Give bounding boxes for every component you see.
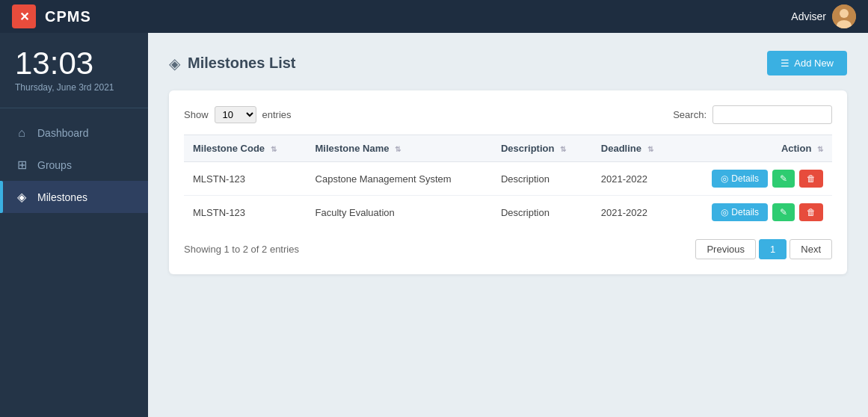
show-entries-control: Show 10 25 50 100 entries bbox=[184, 106, 292, 123]
col-header-deadline: Deadline ⇅ bbox=[592, 135, 677, 162]
content-area: ◈ Milestones List ☰ Add New Show 10 25 5… bbox=[148, 33, 868, 417]
page-title: Milestones List bbox=[188, 55, 295, 72]
close-button[interactable]: ✕ bbox=[12, 4, 36, 28]
search-input[interactable] bbox=[712, 105, 832, 124]
cell-deadline: 2021-2022 bbox=[592, 196, 677, 229]
edit-button[interactable]: ✎ bbox=[772, 170, 795, 188]
table-row: MLSTN-123 Faculty Evaluation Description… bbox=[184, 196, 832, 229]
milestones-table: Milestone Code ⇅ Milestone Name ⇅ Descri… bbox=[184, 135, 832, 229]
cell-description: Description bbox=[492, 196, 592, 229]
col-header-desc: Description ⇅ bbox=[492, 135, 592, 162]
cell-code: MLSTN-123 bbox=[184, 162, 307, 196]
svg-point-1 bbox=[840, 9, 849, 18]
main-layout: 13:03 Thursday, June 3rd 2021 ⌂ Dashboar… bbox=[0, 33, 868, 417]
sidebar-item-milestones[interactable]: ◈ Milestones bbox=[0, 181, 148, 213]
edit-button[interactable]: ✎ bbox=[772, 203, 795, 221]
delete-icon: 🗑 bbox=[807, 207, 816, 217]
clock-time: 13:03 bbox=[15, 48, 133, 79]
col-header-code: Milestone Code ⇅ bbox=[184, 135, 307, 162]
cell-action: ◎ Details ✎ 🗑 bbox=[677, 196, 832, 229]
clock-date: Thursday, June 3rd 2021 bbox=[15, 82, 133, 93]
close-icon: ✕ bbox=[19, 10, 29, 24]
entries-select[interactable]: 10 25 50 100 bbox=[215, 106, 256, 123]
user-info: Adviser bbox=[791, 4, 856, 28]
delete-button[interactable]: 🗑 bbox=[799, 203, 823, 221]
sidebar-item-label: Dashboard bbox=[37, 127, 89, 139]
entries-info: Showing 1 to 2 of 2 entries bbox=[184, 244, 299, 255]
page-title-wrap: ◈ Milestones List bbox=[169, 55, 295, 72]
topbar: ✕ CPMS Adviser bbox=[0, 0, 868, 33]
delete-icon: 🗑 bbox=[807, 173, 816, 184]
show-label: Show bbox=[184, 109, 209, 120]
sort-icon: ⇅ bbox=[647, 145, 653, 153]
sidebar-item-label: Milestones bbox=[37, 191, 87, 203]
sidebar-item-dashboard[interactable]: ⌂ Dashboard bbox=[0, 117, 148, 149]
sort-icon: ⇅ bbox=[560, 145, 566, 153]
edit-icon: ✎ bbox=[780, 207, 787, 217]
add-new-button[interactable]: ☰ Add New bbox=[767, 51, 847, 75]
edit-icon: ✎ bbox=[780, 173, 787, 184]
sidebar-divider bbox=[0, 108, 148, 108]
cell-code: MLSTN-123 bbox=[184, 196, 307, 229]
cell-name: Capstone Management System bbox=[307, 162, 492, 196]
sidebar: 13:03 Thursday, June 3rd 2021 ⌂ Dashboar… bbox=[0, 33, 148, 417]
avatar bbox=[832, 4, 856, 28]
col-header-action: Action ⇅ bbox=[677, 135, 832, 162]
user-label: Adviser bbox=[791, 10, 826, 22]
table-footer: Showing 1 to 2 of 2 entries Previous 1 N… bbox=[184, 239, 832, 259]
page-header: ◈ Milestones List ☰ Add New bbox=[169, 51, 847, 75]
milestones-icon: ◈ bbox=[15, 190, 28, 204]
sidebar-item-label: Groups bbox=[37, 159, 72, 171]
next-button[interactable]: Next bbox=[789, 239, 832, 259]
search-label: Search: bbox=[673, 109, 707, 120]
col-header-name: Milestone Name ⇅ bbox=[307, 135, 492, 162]
sort-icon: ⇅ bbox=[395, 145, 401, 153]
page-1-button[interactable]: 1 bbox=[759, 239, 787, 259]
page-title-icon: ◈ bbox=[169, 55, 180, 72]
sidebar-item-groups[interactable]: ⊞ Groups bbox=[0, 149, 148, 181]
add-new-icon: ☰ bbox=[781, 58, 789, 69]
groups-icon: ⊞ bbox=[15, 158, 28, 172]
sidebar-nav: ⌂ Dashboard ⊞ Groups ◈ Milestones bbox=[0, 117, 148, 213]
cell-name: Faculty Evaluation bbox=[307, 196, 492, 229]
table-controls: Show 10 25 50 100 entries Search: bbox=[184, 105, 832, 124]
home-icon: ⌂ bbox=[15, 126, 28, 140]
cell-action: ◎ Details ✎ 🗑 bbox=[677, 162, 832, 196]
clock-display: 13:03 Thursday, June 3rd 2021 bbox=[0, 33, 148, 99]
cell-description: Description bbox=[492, 162, 592, 196]
add-new-label: Add New bbox=[794, 58, 834, 69]
sort-icon: ⇅ bbox=[271, 145, 277, 153]
pagination: Previous 1 Next bbox=[695, 239, 832, 259]
delete-button[interactable]: 🗑 bbox=[799, 170, 823, 188]
details-icon: ◎ bbox=[721, 207, 728, 217]
cell-deadline: 2021-2022 bbox=[592, 162, 677, 196]
sort-icon: ⇅ bbox=[817, 145, 823, 153]
details-icon: ◎ bbox=[721, 173, 728, 184]
table-header-row: Milestone Code ⇅ Milestone Name ⇅ Descri… bbox=[184, 135, 832, 162]
entries-label: entries bbox=[262, 109, 292, 120]
table-row: MLSTN-123 Capstone Management System Des… bbox=[184, 162, 832, 196]
previous-button[interactable]: Previous bbox=[695, 239, 756, 259]
details-button[interactable]: ◎ Details bbox=[712, 170, 768, 188]
details-button[interactable]: ◎ Details bbox=[712, 203, 768, 221]
search-wrap: Search: bbox=[673, 105, 832, 124]
app-title: CPMS bbox=[45, 8, 791, 25]
milestones-card: Show 10 25 50 100 entries Search: bbox=[169, 90, 847, 274]
